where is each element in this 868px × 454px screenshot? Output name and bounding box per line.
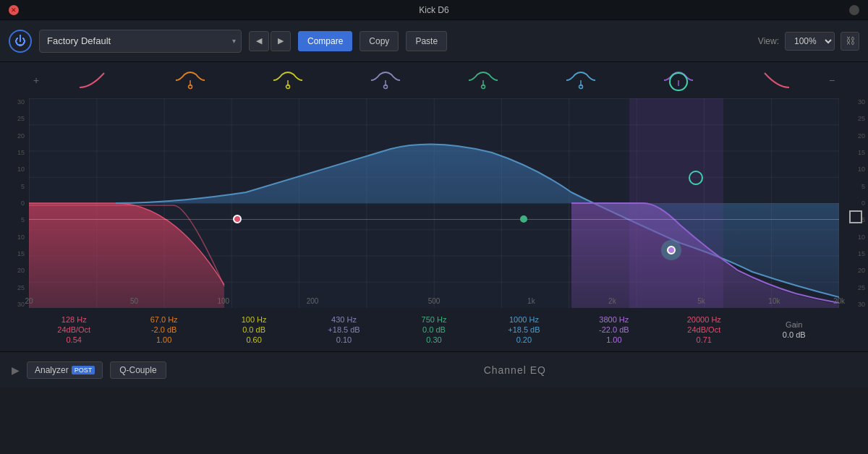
band3-q: 0.60 [246,335,261,344]
band7-params: 3800 Hz -22.0 dB 1.00 [569,315,659,344]
band5-params: 750 Hz 0.0 dB 0.30 [389,315,479,344]
nav-buttons: ◀ ▶ [249,31,291,51]
band7-icon[interactable] [629,67,727,93]
band1-freq: 128 Hz [61,315,87,324]
band7-freq: 3800 Hz [599,315,629,324]
paste-button[interactable]: Paste [406,31,447,51]
band6-gain: +18.5 dB [508,325,540,334]
band5-handle[interactable] [520,215,527,223]
band8-gain: 24dB/Oct [687,325,720,334]
db-plus: + [29,74,43,86]
band4-params: 430 Hz +18.5 dB 0.10 [299,315,388,344]
band6-q: 0.20 [516,335,532,344]
analyzer-button[interactable]: Analyzer POST [27,361,103,379]
svg-point-9 [579,85,582,89]
gain-knob[interactable] [849,210,862,223]
preset-wrapper: Factory Default ▾ [39,30,242,53]
band8-params: 20000 Hz 24dB/Oct 0.71 [659,315,749,344]
maximize-button[interactable] [849,5,859,15]
band6-icon[interactable] [532,67,629,93]
post-badge: POST [72,366,95,374]
gain-param: Gain 0.0 dB [749,320,839,339]
view-select[interactable]: 100% 75% 50% [785,32,835,51]
power-button[interactable]: ⏻ [9,30,32,53]
view-label: View: [758,36,779,46]
band3-params: 100 Hz 0.0 dB 0.60 [209,315,299,344]
nav-prev-button[interactable]: ◀ [249,31,269,51]
band-controls: + [0,62,868,98]
band4-icon[interactable] [336,67,434,93]
band2-params: 67.0 Hz -2.0 dB 1.00 [119,315,208,344]
channel-eq-label: Channel EQ [174,364,856,376]
band5-gain: 0.0 dB [422,325,446,334]
band4-q: 0.10 [336,335,352,344]
band3-freq: 100 Hz [242,315,267,324]
band2-q: 1.00 [156,335,171,344]
close-button[interactable]: ✕ [9,5,19,15]
link-button[interactable]: ⛓ [841,32,859,51]
eq-curves [29,98,839,308]
gain-label: Gain [786,320,802,329]
preset-select[interactable]: Factory Default [39,30,242,53]
nav-next-button[interactable]: ▶ [271,31,291,51]
band7-handle[interactable] [667,246,676,254]
band-info: 128 Hz 24dB/Oct 0.54 67.0 Hz -2.0 dB 1.0… [0,308,868,351]
db-labels-right: 30 25 20 15 10 5 0 5 10 15 20 25 30 [841,98,868,308]
band1-handle[interactable] [233,215,242,223]
band1-icon[interactable] [43,67,141,93]
window-title: Kick D6 [419,5,448,15]
svg-point-1 [188,85,192,89]
band6-freq: 1000 Hz [509,315,539,324]
freq-labels: 20 50 100 200 500 1k 2k 5k 10k 20k [29,294,839,308]
band5-q: 0.30 [426,335,441,344]
band1-q: 0.54 [67,335,82,344]
band5-freq: 750 Hz [422,315,447,324]
band4-gain: +18.5 dB [328,325,359,334]
band5-icon[interactable] [434,67,532,93]
gain-value: 0.0 dB [783,330,806,339]
band3-gain: 0.0 dB [242,325,265,334]
zero-line [29,219,839,220]
play-button[interactable]: ▶ [12,364,20,376]
analyzer-label: Analyzer [35,365,69,375]
band1-gain: 24dB/Oct [57,325,90,334]
band3-icon[interactable] [239,67,336,93]
svg-point-3 [286,85,289,89]
db-labels-left: 30 25 20 15 10 5 0 5 10 15 20 25 30 [0,98,27,308]
band8-q: 0.71 [697,335,712,344]
band4-freq: 430 Hz [331,315,357,324]
band2-freq: 67.0 Hz [150,315,178,324]
band7-q: 1.00 [606,335,621,344]
svg-point-7 [481,85,485,89]
band6-params: 1000 Hz +18.5 dB 0.20 [479,315,569,344]
qcouple-button[interactable]: Q-Couple [110,361,166,379]
band2-icon[interactable] [141,67,239,93]
copy-button[interactable]: Copy [359,31,399,51]
svg-point-5 [383,85,387,89]
band8-freq: 20000 Hz [687,315,721,324]
band1-params: 128 Hz 24dB/Oct 0.54 [29,315,119,344]
band8-icon[interactable] [727,67,825,93]
band2-gain: -2.0 dB [151,325,176,334]
bottom-bar: ▶ Analyzer POST Q-Couple Channel EQ [0,351,868,387]
band7-gain: -22.0 dB [599,325,629,334]
compare-button[interactable]: Compare [298,31,352,51]
db-minus: − [825,74,839,86]
toolbar: ⏻ Factory Default ▾ ◀ ▶ Compare Copy Pas… [0,20,868,62]
eq-section: + [0,62,868,351]
title-bar: ✕ Kick D6 [0,0,868,20]
view-section: View: 100% 75% 50% ⛓ [758,32,859,51]
